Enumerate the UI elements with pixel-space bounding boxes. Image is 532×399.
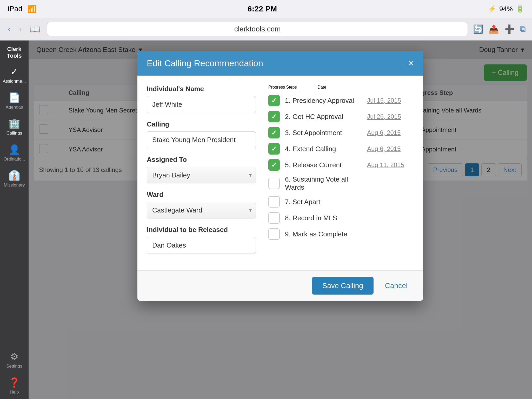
sidebar-item-ordinations[interactable]: 👤 Ordinatio... — [0, 140, 29, 166]
assigned-to-group: Assigned To Bryan Bailey ▾ — [147, 156, 256, 183]
app-container: Clerk Tools ✓ Assignme... 📄 Agendas 🏢 Ca… — [0, 41, 532, 399]
step-label-2: 2. Get HC Approval — [285, 113, 362, 121]
url-text: clerktools.com — [234, 25, 281, 33]
assigned-to-select-wrapper: Bryan Bailey ▾ — [147, 167, 256, 183]
step-checkbox-7[interactable] — [268, 196, 280, 208]
progress-step-item: 7. Set Apart — [268, 196, 414, 208]
step-checkbox-1[interactable] — [268, 95, 280, 106]
ward-select[interactable]: Castlegate Ward — [147, 202, 256, 218]
modal-header: Edit Calling Recommendation × — [137, 51, 423, 76]
individual-released-group: Individual to be Released — [147, 226, 256, 254]
ward-label: Ward — [147, 191, 256, 199]
progress-step-item: 9. Mark as Complete — [268, 228, 414, 240]
address-bar[interactable]: clerktools.com — [47, 22, 468, 36]
main-content: Queen Creek Arizona East Stake ▾ Doug Ta… — [29, 41, 532, 399]
step-date-5: Aug 11, 2015 — [367, 161, 414, 169]
sidebar-item-label: Agendas — [5, 105, 23, 110]
progress-step-item: 1. Presidency Approval Jul 15, 2015 — [268, 95, 414, 106]
forward-button[interactable]: › — [17, 23, 23, 35]
save-calling-button[interactable]: Save Calling — [312, 277, 374, 295]
assignments-icon: ✓ — [10, 66, 18, 77]
modal-overlay: Edit Calling Recommendation × Individual… — [29, 41, 532, 399]
modal-title: Edit Calling Recommendation — [147, 58, 263, 68]
modal-right-column: Progress Steps Date 1. Presidency Approv… — [268, 85, 414, 261]
step-label-7: 7. Set Apart — [285, 198, 362, 206]
modal-body: Individual's Name Calling Assigned To — [137, 76, 423, 270]
individual-released-label: Individual to be Released — [147, 226, 256, 234]
missionary-icon: 👔 — [9, 170, 20, 181]
step-label-8: 8. Record in MLS — [285, 214, 362, 222]
sidebar-item-label: Assignme... — [3, 79, 26, 84]
sidebar-item-label: Settings — [6, 364, 22, 369]
calling-input[interactable] — [147, 131, 256, 148]
sidebar-logo: Clerk Tools — [5, 43, 24, 62]
step-label-3: 3. Set Appointment — [285, 129, 362, 137]
sidebar-item-label: Callings — [6, 131, 22, 136]
step-checkbox-4[interactable] — [268, 143, 280, 155]
calling-group: Calling — [147, 120, 256, 148]
share-button[interactable]: 📤 — [489, 24, 499, 34]
sidebar-item-label: Help — [10, 390, 19, 395]
step-checkbox-8[interactable] — [268, 212, 280, 224]
ordinations-icon: 👤 — [9, 144, 20, 155]
date-heading: Date — [317, 85, 326, 90]
assigned-to-label: Assigned To — [147, 156, 256, 164]
step-label-6: 6. Sustaining Vote all Wards — [285, 175, 362, 191]
individual-name-label: Individual's Name — [147, 85, 256, 93]
agendas-icon: 📄 — [9, 92, 20, 103]
sidebar-item-agendas[interactable]: 📄 Agendas — [0, 88, 29, 114]
progress-step-item: 6. Sustaining Vote all Wards — [268, 175, 414, 191]
reload-button[interactable]: 🔄 — [473, 24, 483, 34]
ward-select-wrapper: Castlegate Ward ▾ — [147, 202, 256, 218]
modal-close-button[interactable]: × — [408, 59, 414, 68]
individual-name-group: Individual's Name — [147, 85, 256, 113]
step-checkbox-5[interactable] — [268, 159, 280, 171]
sidebar: Clerk Tools ✓ Assignme... 📄 Agendas 🏢 Ca… — [0, 41, 29, 399]
sidebar-item-label: Missionary — [4, 183, 25, 188]
sidebar-item-callings[interactable]: 🏢 Callings — [0, 114, 29, 140]
status-bar-right: ⚡ 94% 🔋 — [488, 5, 524, 13]
status-bar-left: iPad 📶 — [8, 5, 37, 13]
progress-step-item: 8. Record in MLS — [268, 212, 414, 224]
step-checkbox-3[interactable] — [268, 127, 280, 138]
step-date-2: Jul 26, 2015 — [367, 113, 414, 120]
assigned-to-select[interactable]: Bryan Bailey — [147, 167, 256, 183]
cancel-button[interactable]: Cancel — [379, 277, 414, 295]
tabs-button[interactable]: ⧉ — [520, 24, 526, 34]
step-date-3: Aug 6, 2015 — [367, 129, 414, 136]
progress-step-item: 4. Extend Calling Aug 6, 2015 — [268, 143, 414, 155]
step-date-1: Jul 15, 2015 — [367, 97, 414, 104]
step-checkbox-6[interactable] — [268, 178, 280, 189]
modal-footer: Save Calling Cancel — [137, 270, 423, 301]
bluetooth-icon: ⚡ — [488, 5, 496, 13]
battery-icon: 🔋 — [516, 5, 524, 13]
progress-steps-heading: Progress Steps — [268, 85, 297, 90]
calling-label: Calling — [147, 120, 256, 128]
back-button[interactable]: ‹ — [6, 23, 12, 35]
status-bar: iPad 📶 6:22 PM ⚡ 94% 🔋 — [0, 0, 532, 18]
help-icon: ❓ — [9, 377, 20, 388]
sidebar-item-assignments[interactable]: ✓ Assignme... — [0, 62, 29, 88]
step-checkbox-2[interactable] — [268, 111, 280, 122]
wifi-icon: 📶 — [28, 5, 37, 13]
step-checkbox-9[interactable] — [268, 228, 280, 240]
bookmarks-button[interactable]: 📖 — [28, 23, 42, 36]
add-tab-button[interactable]: ➕ — [504, 24, 515, 34]
individual-released-input[interactable] — [147, 237, 256, 254]
progress-step-item: 5. Release Current Aug 11, 2015 — [268, 159, 414, 171]
ward-group: Ward Castlegate Ward ▾ — [147, 191, 256, 218]
time-display: 6:22 PM — [248, 4, 277, 13]
browser-bar: ‹ › 📖 clerktools.com 🔄 📤 ➕ ⧉ — [0, 18, 532, 41]
step-label-5: 5. Release Current — [285, 161, 362, 169]
individual-name-input[interactable] — [147, 96, 256, 113]
step-label-9: 9. Mark as Complete — [285, 230, 362, 238]
callings-icon: 🏢 — [9, 118, 20, 129]
settings-icon: ⚙ — [10, 351, 18, 362]
sidebar-item-missionary[interactable]: 👔 Missionary — [0, 166, 29, 192]
sidebar-item-label: Ordinatio... — [3, 157, 25, 162]
step-label-1: 1. Presidency Approval — [285, 97, 362, 105]
battery-label: 94% — [499, 5, 513, 13]
sidebar-item-help[interactable]: ❓ Help — [0, 373, 29, 399]
progress-step-item: 3. Set Appointment Aug 6, 2015 — [268, 127, 414, 138]
sidebar-item-settings[interactable]: ⚙ Settings — [0, 347, 29, 373]
